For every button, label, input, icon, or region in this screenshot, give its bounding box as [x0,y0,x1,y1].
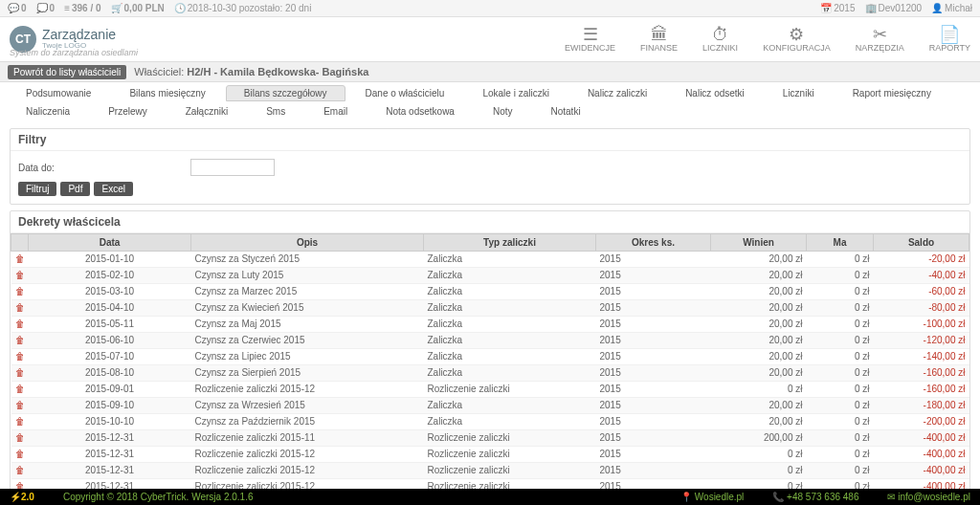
nav-narzedzia[interactable]: ✂NARZĘDZIA [856,26,904,53]
nav-raporty[interactable]: 📄RAPORTY [929,26,970,53]
cell: 2015 [596,333,711,349]
topbar: 💬 0 💭 0 ≡ 396 / 0 🛒 0,00 PLN 🕓 2018-10-3… [0,0,980,17]
footer-phone[interactable]: 📞 +48 573 636 486 [772,492,858,502]
year-chip[interactable]: 📅 2015 [820,3,855,13]
col-header[interactable]: Saldo [874,234,969,252]
header: CT Zarządzanie Twoje LOGO ☰EWIDENCJE 🏛FI… [0,17,980,61]
pdf-button[interactable]: Pdf [60,182,90,196]
dekrety-panel: Dekrety właścicela DataOpisTyp zaliczkiO… [10,210,970,505]
date-to-input[interactable] [190,159,275,176]
footer: ⚡2.0 Copyright © 2018 CyberTrick. Wersja… [0,489,980,505]
filter-button[interactable]: Filtruj [18,182,56,196]
comments-chip[interactable]: 💬 0 [8,3,27,13]
tab-przelewy[interactable]: Przelewy [90,103,166,120]
cell: Zaliczka [424,349,596,365]
footer-email[interactable]: ✉ info@wosiedle.pl [887,492,970,502]
user-chip[interactable]: 👤 Michał [931,3,972,13]
delete-icon[interactable]: 🗑 [15,286,25,296]
delete-icon[interactable]: 🗑 [15,465,25,475]
tab-bilans-szczegółowy[interactable]: Bilans szczegółowy [226,85,345,101]
tab-sms[interactable]: Sms [248,103,303,120]
tab-lokale-i-zaliczki[interactable]: Lokale i zaliczki [464,85,567,101]
delete-icon[interactable]: 🗑 [15,384,25,394]
footer-version: ⚡2.0 [10,492,34,502]
tab-notatki[interactable]: Notatki [532,103,598,120]
cell: Czynsz za Czerwiec 2015 [191,333,424,349]
tabs: PodsumowanieBilans miesięcznyBilans szcz… [0,82,980,122]
delete-icon[interactable]: 🗑 [15,416,25,427]
nav-finanse[interactable]: 🏛FINANSE [640,26,678,53]
dekrety-table: DataOpisTyp zaliczkiOkres ks.WinienMaSal… [11,233,969,505]
col-header[interactable]: Okres ks. [596,234,711,252]
delete-icon[interactable]: 🗑 [15,302,25,313]
table-row: 🗑2015-10-10Czynsz za Październik 2015Zal… [11,414,969,430]
delete-icon[interactable]: 🗑 [15,351,25,362]
cell: 2015-07-10 [29,349,191,365]
cell: 0 zł [807,252,874,268]
col-header[interactable] [11,234,29,252]
cell: Zaliczka [424,365,596,382]
cell: 2015-05-11 [29,317,191,333]
cell: 20,00 zł [711,333,807,349]
footer-site[interactable]: 📍 Wosiedle.pl [680,492,744,502]
cell: 2015-12-31 [29,430,191,447]
excel-button[interactable]: Excel [94,182,132,196]
delete-icon[interactable]: 🗑 [15,367,25,378]
tab-liczniki[interactable]: Liczniki [765,85,833,101]
col-header[interactable]: Data [29,234,191,252]
tab-załączniki[interactable]: Załączniki [167,103,246,120]
cell: 2015 [596,252,711,268]
cell: 2015 [596,447,711,463]
cell: Czynsz za Styczeń 2015 [191,252,424,268]
col-header[interactable]: Winien [711,234,807,252]
tab-nalicz-odsetki[interactable]: Nalicz odsetki [667,85,763,101]
balance-chip[interactable]: 🛒 0,00 PLN [111,3,165,13]
cell: Zaliczka [424,268,596,284]
cell: Czynsz za Kwiecień 2015 [191,300,424,317]
cell: -160,00 zł [874,382,969,398]
feed-chip[interactable]: ≡ 396 / 0 [64,3,100,13]
messages-chip[interactable]: 💭 0 [36,3,56,13]
cell: 2015 [596,430,711,447]
doc-icon: 📄 [929,26,970,43]
back-button[interactable]: Powrót do listy właścicieli [8,65,126,79]
delete-icon[interactable]: 🗑 [15,400,25,410]
tab-bilans-miesięczny[interactable]: Bilans miesięczny [111,85,223,101]
col-header[interactable]: Opis [191,234,424,252]
cell: Rozliczenie zaliczki [424,463,596,479]
cell: 2015 [596,365,711,382]
delete-icon[interactable]: 🗑 [15,253,25,264]
gauge-icon: ⏱ [702,26,738,43]
tab-podsumowanie[interactable]: Podsumowanie [8,85,109,101]
delete-icon[interactable]: 🗑 [15,335,25,345]
cell: Rozliczenie zaliczki [424,430,596,447]
cell: 20,00 zł [711,317,807,333]
nav-ewidencje[interactable]: ☰EWIDENCJE [565,26,615,53]
footer-copyright: Copyright © 2018 CyberTrick. Wersja 2.0.… [63,492,254,502]
col-header[interactable]: Ma [807,234,874,252]
cell: -400,00 zł [874,463,969,479]
tab-raport-miesięczny[interactable]: Raport miesięczny [835,85,949,101]
tab-nalicz-zaliczki[interactable]: Nalicz zaliczki [569,85,665,101]
col-header[interactable]: Typ zaliczki [424,234,596,252]
cell: 2015 [596,463,711,479]
cell: 20,00 zł [711,300,807,317]
delete-icon[interactable]: 🗑 [15,270,25,280]
dev-chip[interactable]: 🏢 Dev01200 [865,3,923,13]
nav-liczniki[interactable]: ⏱LICZNIKI [702,26,738,53]
tab-dane-o-właścicielu[interactable]: Dane o właścicielu [347,85,463,101]
nav-konfiguracja[interactable]: ⚙KONFIGURACJA [763,26,831,53]
delete-icon[interactable]: 🗑 [15,432,25,443]
filters-panel: Filtry Data do: Filtruj Pdf Excel [10,128,970,205]
date-chip: 🕓 2018-10-30 pozostało: 20 dni [174,3,312,13]
tab-email[interactable]: Email [305,103,366,120]
delete-icon[interactable]: 🗑 [15,449,25,459]
cell: 2015 [596,284,711,300]
tab-naliczenia[interactable]: Naliczenia [8,103,88,120]
dekrety-heading: Dekrety właścicela [11,211,969,233]
cell: 20,00 zł [711,365,807,382]
tab-noty[interactable]: Noty [475,103,531,120]
tab-nota-odsetkowa[interactable]: Nota odsetkowa [368,103,473,120]
delete-icon[interactable]: 🗑 [15,318,25,329]
cell: 0 zł [711,463,807,479]
